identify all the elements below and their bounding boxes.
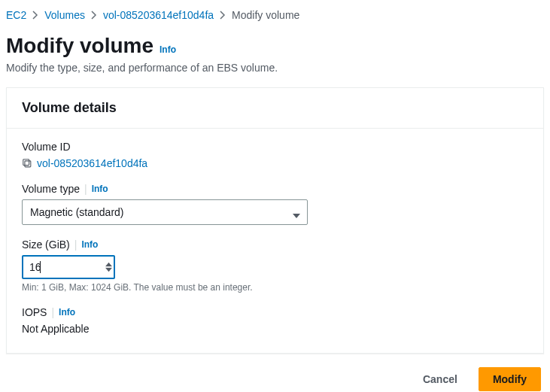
cancel-button[interactable]: Cancel	[409, 367, 471, 391]
step-up-icon[interactable]	[105, 262, 112, 266]
label-divider: |	[84, 183, 87, 195]
breadcrumb-current: Modify volume	[232, 9, 299, 21]
svg-rect-0	[25, 161, 31, 167]
field-volume-type: Volume type | Info Magnetic (standard)	[22, 183, 528, 225]
panel-title: Volume details	[7, 88, 543, 129]
footer-actions: Cancel Modify	[6, 354, 544, 392]
volume-type-label: Volume type	[22, 183, 80, 195]
page-info-link[interactable]: Info	[160, 44, 176, 55]
volume-id-value[interactable]: vol-085203614ef10d4fa	[37, 157, 147, 169]
volume-type-info[interactable]: Info	[92, 184, 108, 194]
size-label: Size (GiB)	[22, 239, 70, 251]
volume-id-label: Volume ID	[22, 141, 71, 153]
volume-type-select[interactable]: Magnetic (standard)	[22, 199, 308, 225]
field-size: Size (GiB) | Info Min: 1 GiB, Max: 1024 …	[22, 239, 528, 293]
volume-details-panel: Volume details Volume ID vol-085203614ef…	[6, 87, 544, 354]
iops-info[interactable]: Info	[59, 307, 75, 318]
chevron-right-icon	[91, 11, 97, 20]
page-header: Modify volume Info Modify the type, size…	[6, 30, 544, 87]
copy-icon[interactable]	[22, 158, 32, 169]
page-title: Modify volume	[6, 33, 153, 59]
size-input[interactable]	[22, 255, 115, 279]
modify-button[interactable]: Modify	[479, 367, 541, 391]
label-divider: |	[74, 239, 77, 251]
text-cursor	[40, 261, 41, 273]
field-iops: IOPS | Info Not Applicable	[22, 306, 528, 335]
page-subtitle: Modify the type, size, and performance o…	[6, 62, 544, 74]
chevron-right-icon	[32, 11, 38, 20]
breadcrumb-volumes[interactable]: Volumes	[44, 9, 85, 21]
breadcrumb-volume-id[interactable]: vol-085203614ef10d4fa	[103, 9, 214, 21]
breadcrumb: EC2 Volumes vol-085203614ef10d4fa Modify…	[6, 6, 544, 30]
chevron-right-icon	[220, 11, 226, 20]
size-info[interactable]: Info	[81, 239, 98, 250]
number-stepper[interactable]	[105, 262, 112, 272]
svg-rect-1	[23, 159, 29, 165]
step-down-icon[interactable]	[105, 267, 112, 272]
iops-label: IOPS	[22, 306, 47, 318]
iops-value: Not Applicable	[22, 323, 528, 335]
field-volume-id: Volume ID vol-085203614ef10d4fa	[22, 141, 528, 169]
breadcrumb-ec2[interactable]: EC2	[6, 9, 26, 21]
label-divider: |	[51, 306, 54, 318]
size-hint: Min: 1 GiB, Max: 1024 GiB. The value mus…	[22, 282, 528, 293]
